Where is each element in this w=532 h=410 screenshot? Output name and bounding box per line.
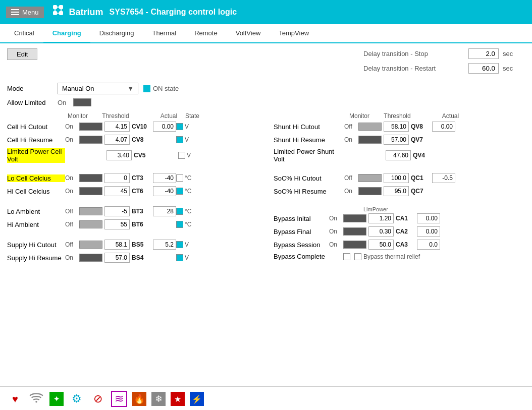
lo-cell-celcius-monitor[interactable] (79, 174, 102, 182)
heart-icon[interactable]: ♥ (7, 391, 23, 407)
lo-cell-celcius-checkbox[interactable] (176, 174, 183, 182)
right-col-header-monitor: Monitor (339, 112, 380, 120)
green-square-icon[interactable]: ✦ (49, 392, 64, 406)
supply-hi-cutout-label: Supply Hi Cutout (7, 241, 65, 249)
bypass-thermal-relief-checkbox[interactable] (354, 253, 361, 260)
shunt-hi-resume-threshold[interactable]: 57.00 (384, 135, 409, 145)
lo-ambient-checkbox[interactable] (176, 208, 183, 215)
soc-hi-resume-label: SoC% Hi Resume (274, 188, 344, 195)
hi-cell-celcius-unit: °C (185, 188, 191, 195)
lo-ambient-threshold[interactable]: -5 (104, 206, 130, 216)
hi-ambient-threshold[interactable]: 55 (104, 219, 130, 229)
flame-icon[interactable]: 🔥 (132, 392, 146, 406)
shunt-hi-cutout-monitor[interactable] (358, 123, 382, 131)
soc-hi-cutout-actual[interactable]: -0.5 (432, 173, 455, 183)
hi-ambient-monitor[interactable] (79, 220, 102, 228)
tab-critical[interactable]: Critical (5, 24, 43, 43)
supply-hi-cutout-checkbox[interactable] (176, 241, 183, 248)
on-state-icon (143, 85, 150, 92)
hi-cell-celcius-threshold[interactable]: 45 (104, 186, 130, 196)
bypass-inital-row: Bypass Inital On 1.20 CA1 0.00 (274, 213, 525, 223)
bypass-inital-threshold[interactable]: 1.20 (368, 213, 394, 223)
cell-hi-cutout-actual[interactable]: 0.00 (153, 122, 176, 132)
bypass-session-monitor[interactable] (343, 241, 366, 249)
cell-hi-cutout-checkbox[interactable] (176, 123, 183, 130)
allow-limited-label: Allow Limited (7, 99, 52, 106)
lightning-icon[interactable]: ⚡ (190, 392, 204, 406)
soc-hi-resume-row: SoC% Hi Resume On 95.0 QC7 (274, 186, 525, 196)
cell-hi-resume-monitor[interactable] (79, 136, 102, 144)
menu-button[interactable]: Menu (6, 7, 44, 18)
supply-hi-resume-code: BS4 (132, 254, 151, 261)
main-content: Edit Delay transition - Stop 2.0 sec Del… (0, 43, 532, 386)
bypass-session-threshold[interactable]: 50.0 (368, 240, 394, 250)
lo-ambient-row: Lo Ambient Off -5 BT3 28 °C (7, 206, 258, 216)
bypass-final-threshold[interactable]: 0.30 (368, 226, 394, 237)
cell-hi-cutout-monitor[interactable] (79, 123, 102, 131)
tab-discharging[interactable]: Discharging (90, 24, 143, 43)
hi-cell-celcius-monitor[interactable] (79, 187, 102, 195)
limited-power-cell-volt-checkbox[interactable] (178, 152, 185, 159)
supply-hi-cutout-threshold[interactable]: 58.1 (104, 240, 130, 250)
soc-hi-resume-monitor[interactable] (358, 187, 382, 195)
bypass-complete-checkbox[interactable] (343, 253, 350, 260)
bypass-final-actual[interactable]: 0.00 (417, 226, 440, 237)
limited-power-shunt-volt-threshold[interactable]: 47.60 (386, 150, 411, 160)
edit-button[interactable]: Edit (7, 48, 37, 60)
bypass-inital-state: On (329, 215, 343, 222)
shunt-hi-resume-monitor[interactable] (358, 136, 382, 144)
bypass-inital-monitor[interactable] (343, 214, 366, 222)
hi-cell-celcius-checkbox[interactable] (176, 188, 183, 195)
cell-hi-resume-state: On (65, 136, 79, 143)
delay-restart-input[interactable]: 60.0 (468, 63, 499, 74)
shunt-hi-cutout-label: Shunt Hi Cutout (274, 123, 344, 131)
allow-limited-state: On (58, 99, 66, 106)
tab-voltview[interactable]: VoltView (227, 24, 270, 43)
bypass-inital-actual[interactable]: 0.00 (417, 213, 440, 223)
tab-remote[interactable]: Remote (185, 24, 227, 43)
mode-row: Mode Manual On ▼ ON state (7, 83, 525, 94)
bypass-complete-row: Bypass Complete Bypass thermal relief (274, 253, 525, 260)
cell-hi-cutout-code: CV10 (132, 123, 151, 130)
soc-hi-resume-threshold[interactable]: 95.0 (384, 186, 409, 196)
limited-power-cell-volt-threshold[interactable]: 3.40 (107, 150, 132, 160)
lo-cell-celcius-actual[interactable]: -40 (153, 173, 176, 183)
hi-cell-celcius-actual[interactable]: -40 (153, 186, 176, 196)
soc-hi-cutout-threshold[interactable]: 100.0 (384, 173, 409, 183)
tab-thermal[interactable]: Thermal (143, 24, 185, 43)
shunt-hi-cutout-threshold[interactable]: 58.10 (384, 122, 409, 132)
soc-hi-cutout-monitor[interactable] (358, 174, 382, 182)
gear-icon[interactable]: ⚙ (69, 391, 85, 407)
delay-stop-input[interactable]: 2.0 (468, 48, 499, 59)
lo-ambient-actual[interactable]: 28 (153, 206, 176, 216)
cell-hi-resume-threshold[interactable]: 4.07 (104, 135, 130, 145)
mode-select[interactable]: Manual On ▼ (58, 83, 138, 94)
supply-hi-resume-checkbox[interactable] (176, 254, 183, 261)
bypass-session-actual[interactable]: 0.0 (417, 240, 440, 250)
supply-hi-resume-monitor[interactable] (79, 254, 102, 262)
cell-hi-resume-checkbox[interactable] (176, 136, 183, 143)
supply-hi-resume-threshold[interactable]: 57.0 (104, 253, 130, 263)
col-header-actual: Actual (152, 112, 185, 120)
cell-hi-cutout-threshold[interactable]: 4.15 (104, 122, 130, 132)
warning-red-icon[interactable]: ★ (171, 392, 185, 406)
supply-hi-cutout-actual[interactable]: 5.2 (153, 240, 176, 250)
hi-ambient-checkbox[interactable] (176, 221, 183, 228)
supply-hi-cutout-state-box: V (176, 241, 189, 248)
soc-hi-cutout-state: Off (344, 174, 358, 182)
lo-ambient-monitor[interactable] (79, 207, 102, 215)
tab-charging[interactable]: Charging (43, 24, 90, 43)
allow-limited-toggle[interactable] (73, 98, 91, 106)
snowflake-icon[interactable]: ❄ (151, 392, 166, 406)
tab-tempview[interactable]: TempView (270, 24, 318, 43)
delay-restart-unit: sec (503, 65, 513, 72)
soc-hi-cutout-label: SoC% Hi Cutout (274, 174, 344, 182)
no-entry-icon[interactable]: ⊘ (90, 391, 106, 407)
supply-hi-cutout-monitor[interactable] (79, 241, 102, 249)
wifi-icon[interactable] (28, 391, 44, 407)
shunt-hi-cutout-actual[interactable]: 0.00 (432, 122, 455, 132)
lo-cell-celcius-threshold[interactable]: 0 (104, 173, 130, 183)
heat-icon[interactable]: ≋ (111, 391, 127, 407)
bypass-final-monitor[interactable] (343, 227, 366, 236)
limited-power-shunt-volt-row: Limited Power Shunt Volt 47.60 QV4 (274, 148, 525, 163)
